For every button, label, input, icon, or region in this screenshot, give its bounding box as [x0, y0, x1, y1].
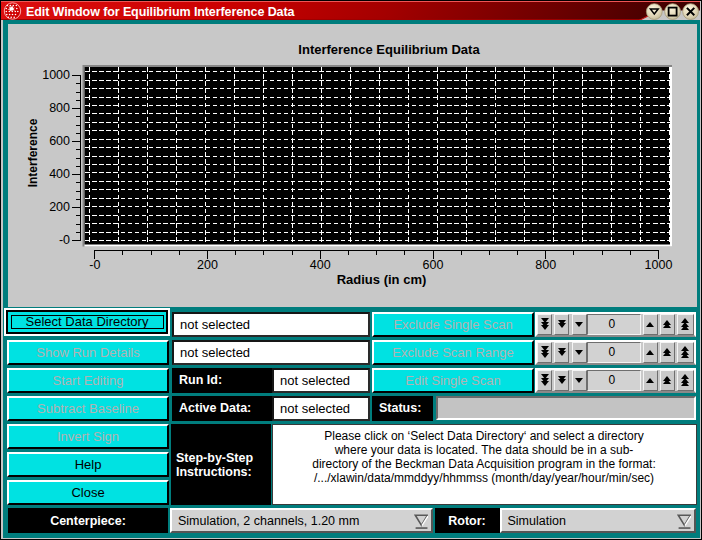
svg-text:200: 200: [49, 200, 70, 214]
svg-text:600: 600: [49, 134, 70, 148]
svg-text:-0: -0: [89, 258, 100, 272]
svg-text:1000: 1000: [42, 68, 70, 82]
svg-text:Interference Equilibrium Data: Interference Equilibrium Data: [298, 41, 480, 56]
svg-text:800: 800: [535, 258, 556, 272]
svg-text:400: 400: [309, 258, 330, 272]
svg-text:-0: -0: [58, 233, 69, 247]
svg-text:400: 400: [49, 167, 70, 181]
svg-text:1000: 1000: [644, 258, 672, 272]
svg-text:600: 600: [422, 258, 443, 272]
svg-text:Interference: Interference: [26, 118, 40, 187]
svg-text:200: 200: [197, 258, 218, 272]
svg-text:Radius (in cm): Radius (in cm): [336, 271, 426, 286]
svg-text:800: 800: [49, 101, 70, 115]
